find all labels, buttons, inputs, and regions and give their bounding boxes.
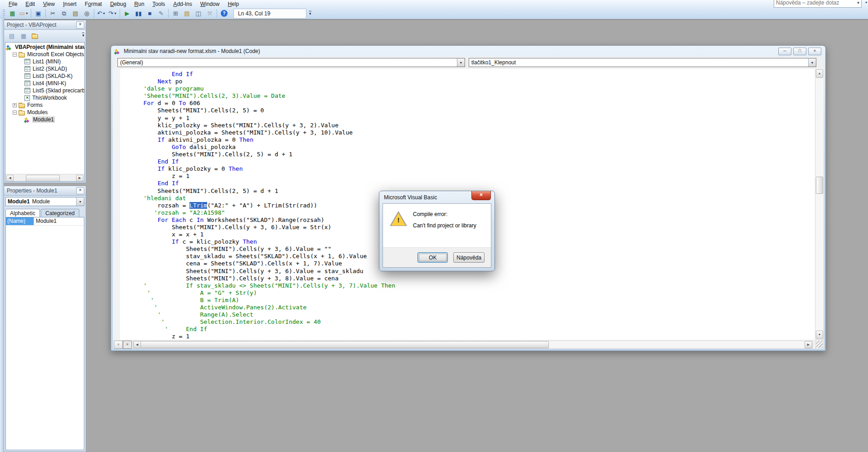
redo-button[interactable]: ↷▼ bbox=[107, 9, 118, 18]
scrollbar-thumb[interactable] bbox=[816, 177, 823, 194]
project-explorer-button[interactable]: ⊞ bbox=[170, 9, 181, 18]
property-key[interactable]: (Name) bbox=[6, 217, 34, 225]
design-mode-button[interactable]: ✎ bbox=[156, 9, 166, 18]
scroll-up-icon[interactable]: ▲ bbox=[816, 69, 823, 78]
full-module-view-button[interactable]: ≡ bbox=[123, 341, 132, 349]
tree-item-list1-mini[interactable]: List1 (MINI) bbox=[5, 58, 84, 65]
object-browser-icon: ◫ bbox=[195, 10, 201, 16]
menu-item-run[interactable]: Run bbox=[130, 0, 148, 8]
maximize-button[interactable]: □ bbox=[793, 48, 806, 55]
panel-toolbar-overflow-icon[interactable]: ▾ bbox=[82, 33, 84, 38]
menu-item-tools[interactable]: Tools bbox=[148, 0, 169, 8]
code-line: Sheets("MINI").Cells(2, 5) = d + 1 bbox=[129, 188, 395, 195]
project-tree[interactable]: VBAProject (Minimalni stav−Microsoft Exc… bbox=[5, 43, 84, 173]
tab-alphabetic[interactable]: Alphabetic bbox=[5, 209, 40, 217]
menu-item-window[interactable]: Window bbox=[196, 0, 224, 8]
minimize-button[interactable]: ─ bbox=[778, 48, 791, 55]
chevron-down-icon[interactable]: ▼ bbox=[808, 58, 816, 67]
toolbar-overflow-icon[interactable]: ▾ bbox=[309, 11, 311, 16]
chevron-down-icon[interactable]: ▼ bbox=[114, 12, 117, 15]
tree-item-thisworkbook[interactable]: ThisWorkbook bbox=[5, 94, 84, 101]
procedure-dropdown[interactable]: tlačitko1_Klepnout ▼ bbox=[469, 58, 816, 67]
chevron-down-icon[interactable]: ▼ bbox=[76, 197, 84, 206]
code-vscrollbar[interactable]: ▲ ▼ bbox=[815, 69, 824, 340]
collapse-icon[interactable]: − bbox=[13, 111, 17, 115]
chevron-down-icon[interactable]: ▼ bbox=[25, 12, 29, 15]
scroll-left-icon[interactable]: ◀ bbox=[133, 341, 141, 348]
close-button[interactable]: × bbox=[471, 191, 491, 200]
reset-button[interactable]: ■ bbox=[145, 9, 155, 18]
tree-item-list4-mini-k[interactable]: List4 (MINI-K) bbox=[5, 80, 84, 87]
find-button[interactable]: ◎ bbox=[82, 9, 92, 18]
paste-button[interactable]: ▤ bbox=[70, 9, 81, 18]
help-button[interactable]: Nápověda bbox=[453, 252, 485, 263]
toolbox-button[interactable]: ⚒ bbox=[204, 9, 215, 18]
insert-userform-button[interactable]: ▭▼ bbox=[19, 9, 29, 18]
view-excel-button[interactable]: ▦ bbox=[7, 9, 18, 18]
scroll-right-icon[interactable]: ▶ bbox=[76, 175, 83, 182]
menu-item-help[interactable]: Help bbox=[223, 0, 243, 8]
scroll-left-icon[interactable]: ◀ bbox=[6, 175, 14, 182]
menu-item-insert[interactable]: Insert bbox=[59, 0, 81, 8]
help-button[interactable]: ? bbox=[219, 9, 229, 18]
chevron-down-icon[interactable]: ▼ bbox=[457, 58, 465, 67]
code-margin[interactable] bbox=[113, 69, 120, 340]
help-search-input[interactable] bbox=[774, 0, 855, 6]
properties-panel: Properties - Module1 × Module1 Module ▼ … bbox=[4, 186, 86, 452]
code-window-titlebar[interactable]: Minimalni stav naradi-new format.xlsm - … bbox=[111, 46, 825, 57]
break-button[interactable]: ▮▮ bbox=[133, 9, 144, 18]
tab-categorized[interactable]: Categorized bbox=[41, 209, 79, 217]
tree-item-list3-sklad-k[interactable]: List3 (SKLAD-K) bbox=[5, 72, 84, 80]
close-icon[interactable]: × bbox=[76, 21, 84, 29]
property-value[interactable]: Module1 bbox=[34, 217, 84, 225]
menu-item-debug[interactable]: Debug bbox=[106, 0, 130, 8]
ok-button[interactable]: OK bbox=[417, 252, 448, 263]
copy-button[interactable]: ⧉ bbox=[59, 9, 69, 18]
procedure-view-button[interactable]: = bbox=[114, 341, 123, 349]
tree-item-microsoft-excel-objects[interactable]: −Microsoft Excel Objects bbox=[5, 51, 84, 58]
scroll-right-icon[interactable]: ▶ bbox=[805, 341, 812, 348]
scrollbar-thumb[interactable] bbox=[26, 175, 60, 182]
tree-item-list5-sklad-precicarb[interactable]: List5 (Sklad precicarb) bbox=[5, 87, 84, 94]
tree-item-forms[interactable]: +Forms bbox=[5, 101, 84, 109]
toolbar-separator bbox=[31, 9, 31, 18]
view-object-button[interactable]: ▦ bbox=[18, 31, 29, 41]
code-line: ' Range(A).Select bbox=[129, 311, 395, 318]
close-icon[interactable]: × bbox=[76, 187, 84, 194]
tree-item-list2-sklad[interactable]: List2 (SKLAD) bbox=[5, 65, 84, 72]
undo-button[interactable]: ↶▼ bbox=[96, 9, 107, 18]
tree-item-module1[interactable]: Module1 bbox=[5, 116, 84, 123]
tree-item-vbaproject-minimalni-stav[interactable]: VBAProject (Minimalni stav bbox=[5, 43, 84, 51]
code-line: If aktivni_polozka = 0 Then bbox=[129, 136, 395, 144]
menu-item-view[interactable]: View bbox=[39, 0, 59, 8]
menu-item-file[interactable]: File bbox=[5, 0, 21, 8]
code-line: End If bbox=[129, 71, 395, 78]
toggle-folders-button[interactable] bbox=[30, 31, 41, 41]
menu-overflow-icon[interactable]: ▾ bbox=[865, 0, 867, 5]
property-row[interactable]: (Name) Module1 bbox=[6, 217, 84, 226]
scrollbar-thumb[interactable] bbox=[141, 341, 549, 348]
object-browser-button[interactable]: ◫ bbox=[193, 9, 204, 18]
close-button[interactable]: × bbox=[808, 48, 821, 55]
toolbar-drag-handle[interactable] bbox=[3, 10, 5, 18]
code-hscrollbar[interactable]: ◀ ▶ bbox=[133, 341, 813, 349]
menu-item-add-ins[interactable]: Add-Ins bbox=[169, 0, 196, 8]
run-button[interactable]: ▶ bbox=[122, 9, 132, 18]
collapse-icon[interactable]: − bbox=[13, 53, 17, 57]
object-dropdown[interactable]: (General) ▼ bbox=[117, 58, 465, 67]
chevron-down-icon[interactable]: ▼ bbox=[102, 12, 106, 15]
menu-item-edit[interactable]: Edit bbox=[21, 0, 39, 8]
view-code-button[interactable]: ▤ bbox=[6, 31, 17, 41]
expand-icon[interactable]: + bbox=[13, 103, 17, 107]
menu-item-format[interactable]: Format bbox=[81, 0, 106, 8]
project-tree-hscrollbar[interactable]: ◀ ▶ bbox=[5, 174, 84, 181]
tree-item-modules[interactable]: −Modules bbox=[5, 109, 84, 116]
properties-window-button[interactable]: ▤ bbox=[182, 9, 192, 18]
cut-button[interactable]: ✂ bbox=[48, 9, 58, 18]
object-selector-combo[interactable]: Module1 Module ▼ bbox=[5, 197, 84, 206]
save-button[interactable]: ▣ bbox=[33, 9, 44, 18]
scroll-down-icon[interactable]: ▼ bbox=[816, 331, 823, 339]
help-search-box[interactable]: ▼ bbox=[774, 0, 862, 8]
resize-grip[interactable] bbox=[815, 341, 823, 348]
chevron-down-icon[interactable]: ▼ bbox=[855, 1, 861, 5]
